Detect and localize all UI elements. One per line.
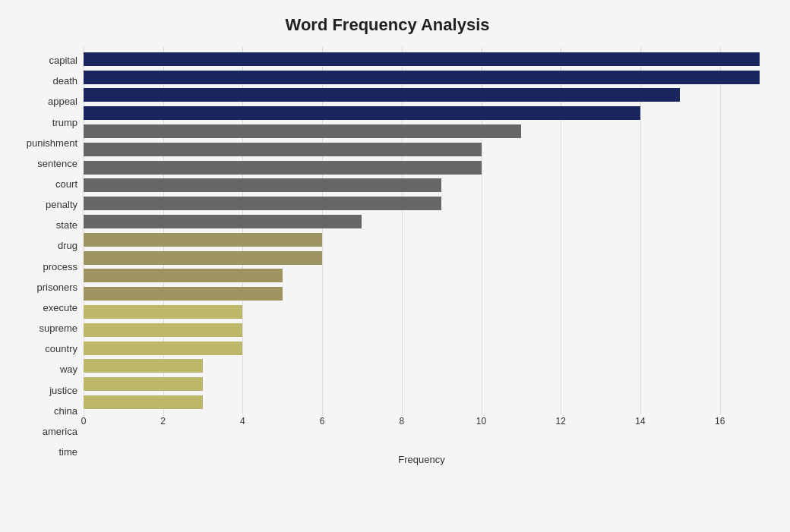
bar — [84, 215, 362, 228]
x-axis-container: 0246810121416 — [84, 416, 760, 439]
x-tick: 2 — [160, 416, 166, 427]
chart-area: capitaldeathappealtrumppunishmentsentenc… — [15, 47, 760, 465]
y-label: trump — [52, 112, 77, 132]
bar — [84, 233, 322, 247]
bar-row — [84, 376, 760, 392]
bar-row — [84, 394, 760, 411]
bar-row — [84, 250, 760, 266]
y-label: china — [54, 401, 77, 421]
bar — [84, 71, 760, 84]
y-label: time — [58, 442, 77, 462]
bars-section: 0246810121416 Frequency — [84, 47, 760, 465]
y-label: death — [52, 71, 77, 91]
bar-row — [84, 340, 760, 357]
bar-row — [84, 322, 760, 338]
y-label: supreme — [39, 318, 77, 338]
bar — [84, 106, 640, 120]
y-label: sentence — [37, 153, 77, 174]
chart-title: Word Frequency Analysis — [15, 15, 760, 35]
x-tick: 0 — [81, 416, 87, 427]
bar-row — [84, 159, 760, 176]
bar — [84, 143, 482, 156]
bar-row — [84, 357, 760, 374]
bar — [84, 359, 203, 373]
bar — [84, 305, 242, 319]
x-tick: 16 — [715, 416, 725, 427]
y-label: justice — [49, 380, 77, 401]
bar — [84, 178, 441, 192]
y-label: country — [45, 338, 77, 359]
bar-row — [84, 123, 760, 140]
bar — [84, 269, 283, 282]
grid-and-bars — [84, 47, 760, 414]
bar-row — [84, 195, 760, 212]
bar — [84, 52, 760, 66]
bar-row — [84, 304, 760, 320]
bar-row — [84, 267, 760, 284]
bar — [84, 377, 203, 391]
bar-row — [84, 231, 760, 248]
x-axis-label: Frequency — [84, 454, 760, 465]
bar-row — [84, 285, 760, 302]
y-label: state — [56, 215, 77, 235]
bar — [84, 395, 203, 409]
y-label: appeal — [48, 91, 77, 112]
x-tick: 4 — [240, 416, 245, 427]
bar — [84, 197, 441, 210]
bar — [84, 251, 322, 265]
bar-row — [84, 51, 760, 68]
y-label: execute — [43, 297, 77, 318]
chart-container: Word Frequency Analysis capitaldeathappe… — [0, 0, 790, 532]
bar — [84, 161, 482, 175]
bar — [84, 88, 680, 102]
y-label: america — [43, 421, 77, 442]
bar — [84, 323, 242, 337]
y-label: capital — [49, 50, 77, 71]
x-tick: 8 — [399, 416, 404, 427]
y-label: penalty — [46, 194, 77, 215]
x-tick: 12 — [556, 416, 566, 427]
bar — [84, 342, 242, 355]
y-label: punishment — [27, 133, 77, 153]
bar-row — [84, 177, 760, 194]
bar-row — [84, 87, 760, 103]
bar-row — [84, 213, 760, 230]
x-tick: 6 — [320, 416, 325, 427]
y-label: prisoners — [37, 277, 77, 297]
y-label: process — [43, 257, 77, 277]
bar-row — [84, 105, 760, 121]
bar-row — [84, 69, 760, 86]
bar-row — [84, 141, 760, 158]
bars-wrapper — [84, 47, 760, 414]
y-label: way — [60, 359, 77, 379]
y-label: court — [55, 174, 77, 194]
bar — [84, 124, 521, 138]
y-label: drug — [58, 235, 77, 256]
y-axis: capitaldeathappealtrumppunishmentsentenc… — [15, 47, 84, 465]
bar — [84, 287, 283, 301]
x-tick: 10 — [476, 416, 486, 427]
x-tick: 14 — [635, 416, 645, 427]
